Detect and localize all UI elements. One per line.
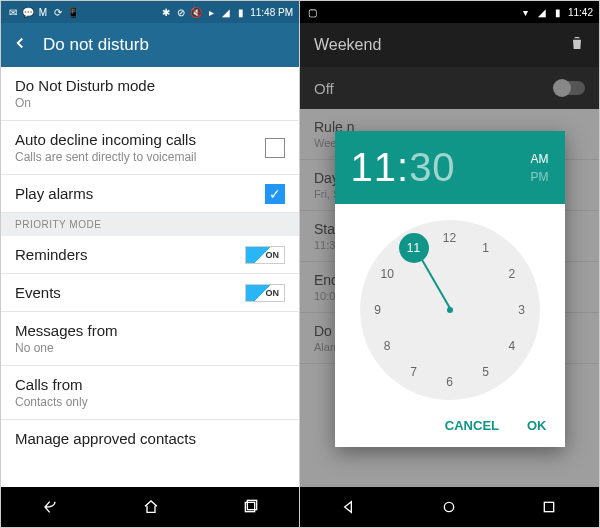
clock-number-3[interactable]: 3 — [510, 298, 534, 322]
sync-icon: ⟳ — [52, 6, 64, 18]
row-subtitle: No one — [15, 341, 285, 355]
status-bar: ✉ 💬 M ⟳ 📱 ✱ ⊘ 🔇 ▸ ◢ ▮ 11:48 PM — [1, 1, 299, 23]
row-auto-decline[interactable]: Auto decline incoming calls Calls are se… — [1, 121, 299, 175]
clock-number-8[interactable]: 8 — [375, 334, 399, 358]
hour-value[interactable]: 11 — [351, 145, 398, 189]
row-title: Calls from — [15, 376, 285, 393]
row-off[interactable]: Off — [300, 67, 599, 109]
nav-home-icon[interactable] — [142, 499, 160, 515]
clock-number-4[interactable]: 4 — [500, 334, 524, 358]
nav-home-icon[interactable] — [441, 499, 457, 515]
row-messages-from[interactable]: Messages from No one — [1, 312, 299, 366]
clock-selected-knob[interactable]: 11 — [399, 233, 429, 263]
wifi-icon: ▸ — [205, 6, 217, 18]
clock-number-7[interactable]: 7 — [402, 360, 426, 384]
cancel-button[interactable]: CANCEL — [445, 418, 499, 433]
toggle-on[interactable]: ON — [245, 246, 285, 264]
row-title: Manage approved contacts — [15, 430, 285, 447]
nav-recent-icon[interactable] — [241, 499, 259, 515]
switch-off[interactable] — [555, 81, 585, 95]
page-title: Weekend — [314, 36, 381, 54]
nav-bar — [300, 487, 599, 527]
gmail-icon: M — [37, 6, 49, 18]
ok-button[interactable]: OK — [527, 418, 547, 433]
battery-icon: ▮ — [552, 6, 564, 18]
row-subtitle: On — [15, 96, 285, 110]
page-title: Do not disturb — [43, 35, 149, 55]
nav-back-icon[interactable] — [342, 499, 358, 515]
clock-text: 11:42 — [568, 7, 593, 18]
modal-overlay: 11:30 AM PM 12345678910111211 CANCEL OK — [300, 109, 599, 487]
clock-number-12[interactable]: 12 — [438, 226, 462, 250]
signal-icon: ◢ — [536, 6, 548, 18]
wifi-icon: ▾ — [520, 6, 532, 18]
clock-number-1[interactable]: 1 — [474, 236, 498, 260]
row-events[interactable]: Events ON — [1, 274, 299, 312]
app-bar: Do not disturb — [1, 23, 299, 67]
chat-icon: 💬 — [22, 6, 34, 18]
row-manage-contacts[interactable]: Manage approved contacts — [1, 420, 299, 457]
dnd-icon: ⊘ — [175, 6, 187, 18]
row-title: Play alarms — [15, 185, 249, 202]
clock-number-6[interactable]: 6 — [438, 370, 462, 394]
settings-list: Do Not Disturb mode On Auto decline inco… — [1, 67, 299, 487]
image-icon: ▢ — [306, 6, 318, 18]
brightness-icon: ✱ — [160, 6, 172, 18]
row-title: Messages from — [15, 322, 285, 339]
delete-icon[interactable] — [569, 35, 585, 55]
row-title: Auto decline incoming calls — [15, 131, 249, 148]
row-dnd-mode[interactable]: Do Not Disturb mode On — [1, 67, 299, 121]
svg-marker-2 — [344, 502, 351, 513]
am-option[interactable]: AM — [531, 152, 549, 166]
minute-value[interactable]: 30 — [409, 145, 456, 189]
clock-number-2[interactable]: 2 — [500, 262, 524, 286]
row-title: Events — [15, 284, 249, 301]
checkbox-unchecked[interactable] — [265, 138, 285, 158]
row-subtitle: Calls are sent directly to voicemail — [15, 150, 249, 164]
back-button[interactable] — [11, 34, 29, 57]
row-title: Reminders — [15, 246, 249, 263]
clock-number-10[interactable]: 10 — [375, 262, 399, 286]
time-display[interactable]: 11:30 — [351, 145, 456, 190]
off-label: Off — [314, 80, 334, 97]
phone-icon: 📱 — [67, 6, 79, 18]
mail-icon: ✉ — [7, 6, 19, 18]
clock-text: 11:48 PM — [250, 7, 293, 18]
volume-icon: 🔇 — [190, 6, 202, 18]
clock-number-5[interactable]: 5 — [474, 360, 498, 384]
row-reminders[interactable]: Reminders ON — [1, 236, 299, 274]
app-bar: Weekend — [300, 23, 599, 67]
clock-number-9[interactable]: 9 — [366, 298, 390, 322]
nav-recent-icon[interactable] — [541, 499, 557, 515]
clock-face[interactable]: 12345678910111211 — [360, 220, 540, 400]
svg-rect-4 — [544, 502, 553, 511]
status-bar: ▢ ▾ ◢ ▮ 11:42 — [300, 1, 599, 23]
nav-back-icon[interactable] — [41, 499, 61, 515]
signal-icon: ◢ — [220, 6, 232, 18]
toggle-on[interactable]: ON — [245, 284, 285, 302]
time-header: 11:30 AM PM — [335, 131, 565, 204]
row-calls-from[interactable]: Calls from Contacts only — [1, 366, 299, 420]
svg-point-3 — [445, 502, 454, 511]
row-play-alarms[interactable]: Play alarms ✓ — [1, 175, 299, 213]
battery-icon: ▮ — [235, 6, 247, 18]
section-header: PRIORITY MODE — [1, 213, 299, 236]
row-subtitle: Contacts only — [15, 395, 285, 409]
time-picker-dialog: 11:30 AM PM 12345678910111211 CANCEL OK — [335, 131, 565, 447]
pm-option[interactable]: PM — [531, 170, 549, 184]
checkbox-checked[interactable]: ✓ — [265, 184, 285, 204]
background-list: Rule n Weeke Days Fri, Sat Start ti 11:3… — [300, 109, 599, 487]
row-title: Do Not Disturb mode — [15, 77, 285, 94]
nav-bar — [1, 487, 299, 527]
